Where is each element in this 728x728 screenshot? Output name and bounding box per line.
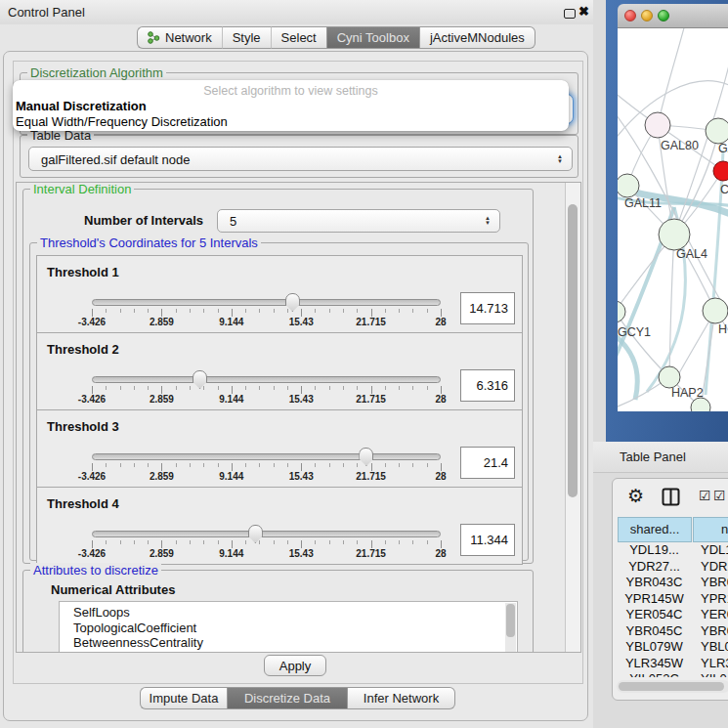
threshold-3-slider[interactable] [92, 453, 441, 460]
gear-icon[interactable]: ⚙ [627, 485, 644, 507]
tab-impute-data[interactable]: Impute Data [140, 687, 227, 709]
tab-cyni-toolbox[interactable]: Cyni Toolbox [326, 26, 420, 49]
tick-label: 21.715 [356, 317, 386, 327]
thresholds-group: Threshold's Coordinates for 5 Intervals … [29, 242, 529, 561]
node-hap2[interactable] [659, 366, 680, 388]
popup-item-equal-width-frequency[interactable]: Equal Width/Frequency Discretization [16, 114, 228, 129]
cell: YDL1 [691, 542, 728, 557]
threshold-4-slider[interactable] [92, 531, 441, 537]
threshold-panel-4: Threshold 4 -3.426 2.859 9.144 15.43 21.… [36, 487, 523, 565]
cell: YPR1 [691, 591, 728, 606]
checkbox-checked-icon[interactable]: ☑ [713, 488, 726, 503]
threshold-2-slider[interactable] [92, 376, 441, 383]
table-hscrollbar-thumb[interactable] [619, 682, 724, 691]
node-gal80[interactable] [645, 112, 670, 138]
numerical-attributes-list[interactable]: SelfLoops TopologicalCoefficient Between… [59, 601, 518, 653]
slider-ticks [92, 463, 443, 471]
table-data-value: galFiltered.sif default node [41, 151, 190, 166]
node-cut-top-right[interactable] [706, 118, 728, 144]
apply-button[interactable]: Apply [264, 655, 326, 676]
attributes-group-title: Attributes to discretize [30, 563, 161, 578]
cell: YBL079W [618, 639, 691, 654]
cell: YBR043C [618, 575, 691, 589]
node-red-selected[interactable] [713, 161, 728, 181]
popup-item-manual-discretization[interactable]: Manual Discretization [16, 99, 147, 113]
table-data-combobox[interactable]: galFiltered.sif default node ▲▼ [28, 147, 573, 171]
mac-zoom-button[interactable] [658, 10, 669, 21]
column-header-shared[interactable]: shared... [618, 517, 692, 542]
tab-discretize-data[interactable]: Discretize Data [227, 687, 348, 709]
table-horizontal-scrollbar[interactable] [617, 680, 728, 693]
settings-scrollbar-thumb[interactable] [568, 204, 578, 497]
checkbox-checked-icon[interactable]: ☑ [699, 488, 711, 503]
slider-ticks [92, 540, 443, 548]
mac-close-button[interactable] [624, 10, 636, 21]
tick-label: -3.426 [78, 548, 106, 559]
tick-label: 21.715 [356, 394, 386, 405]
number-of-intervals-combobox[interactable]: 5 ▲▼ [217, 209, 500, 233]
table-row[interactable]: YIL052CYIL0 [618, 671, 727, 677]
table-row[interactable]: YDR27...YDR2 [618, 559, 728, 576]
list-scrollbar[interactable] [505, 603, 516, 653]
tab-impute-data-label: Impute Data [150, 687, 219, 709]
threshold-1-value-field[interactable]: 14.713 [460, 292, 515, 324]
threshold-panel-3: Threshold 3 -3.426 2.859 9.144 15.43 21.… [36, 409, 523, 488]
tab-network[interactable]: Network [137, 26, 222, 49]
settings-vertical-scrollbar[interactable] [565, 183, 580, 652]
table-row[interactable]: YBR045CYBR0 [618, 623, 728, 640]
tab-select[interactable]: Select [271, 26, 326, 49]
split-columns-icon[interactable] [662, 488, 680, 510]
node-gal4[interactable] [659, 219, 690, 250]
node-label-gcy1: GCY1 [618, 325, 651, 339]
threshold-panel-1: Threshold 1 -3.426 2.859 9.144 15.43 21.… [36, 255, 523, 333]
tick-label: 21.715 [356, 548, 386, 559]
node-cut-bottom[interactable] [691, 398, 710, 411]
node-label-gal4: GAL4 [676, 247, 707, 261]
table-row[interactable]: YER054CYER0 [618, 607, 728, 623]
tab-style[interactable]: Style [222, 26, 271, 49]
tick-label: 2.859 [150, 317, 174, 327]
tab-infer-network-label: Infer Network [364, 687, 439, 709]
threshold-1-slider[interactable] [92, 299, 441, 306]
algorithm-popup: Select algorithm to view settings Manual… [13, 80, 569, 131]
threshold-3-value-field[interactable]: 21.4 [460, 447, 515, 479]
node-label-gal80: GAL80 [661, 139, 699, 152]
cell: YDR27... [618, 559, 691, 574]
stepper-arrows-icon: ▲▼ [485, 216, 491, 226]
table-panel: ⚙ ☑ ☑ shared... n YDL19...YDL1 YDR27...Y… [612, 478, 728, 701]
algorithm-popup-hint: Select algorithm to view settings [13, 84, 569, 98]
tab-select-label: Select [281, 26, 317, 49]
table-row[interactable]: YPR145WYPR1 [618, 591, 728, 608]
tab-jactivemnodules[interactable]: jActiveMNodules [420, 26, 535, 49]
list-scrollbar-thumb[interactable] [506, 604, 515, 637]
threshold-4-value-field[interactable]: 11.344 [460, 524, 515, 556]
node-cut-right[interactable] [703, 298, 728, 323]
list-item[interactable]: BetweennessCentrality [60, 635, 517, 651]
table-row[interactable]: YBL079WYBL0 [618, 639, 728, 656]
network-canvas[interactable]: GAL80 GA C GAL11 GAL4 GCY1 H HAP2 [618, 28, 728, 411]
mac-minimize-button[interactable] [641, 10, 653, 21]
list-item[interactable]: TopologicalCoefficient [60, 621, 517, 636]
tick-label: 15.43 [289, 317, 314, 327]
threshold-2-value-field[interactable]: 6.316 [460, 369, 515, 402]
cell: YIL052C [618, 671, 691, 677]
settings-scrollpane: Interval Definition Number of Intervals … [16, 182, 581, 653]
network-graph: GAL80 GA C GAL11 GAL4 GCY1 H HAP2 [618, 28, 728, 411]
tab-infer-network[interactable]: Infer Network [348, 687, 455, 709]
tick-label: 2.859 [150, 471, 174, 482]
node-gcy1[interactable] [618, 301, 625, 322]
close-icon[interactable]: ✖ [578, 4, 589, 19]
numerical-attributes-label: Numerical Attributes [51, 582, 175, 597]
slider-scale: -3.426 2.859 9.144 15.43 21.715 28 [92, 471, 441, 483]
table-row[interactable]: YLR345WYLR3 [618, 656, 728, 672]
stepper-arrows-icon: ▲▼ [557, 154, 563, 164]
node-label-hap2: HAP2 [671, 386, 704, 400]
slider-scale: -3.426 2.859 9.144 15.43 21.715 28 [92, 394, 441, 406]
float-window-icon[interactable] [564, 9, 576, 19]
table-row[interactable]: YDL19...YDL1 [618, 542, 728, 559]
node-gal11[interactable] [618, 174, 639, 197]
list-item[interactable]: SelfLoops [60, 602, 517, 621]
threshold-1-label: Threshold 1 [47, 265, 119, 279]
column-header-name[interactable]: n [693, 517, 728, 542]
table-row[interactable]: YBR043CYBR0 [618, 575, 728, 591]
